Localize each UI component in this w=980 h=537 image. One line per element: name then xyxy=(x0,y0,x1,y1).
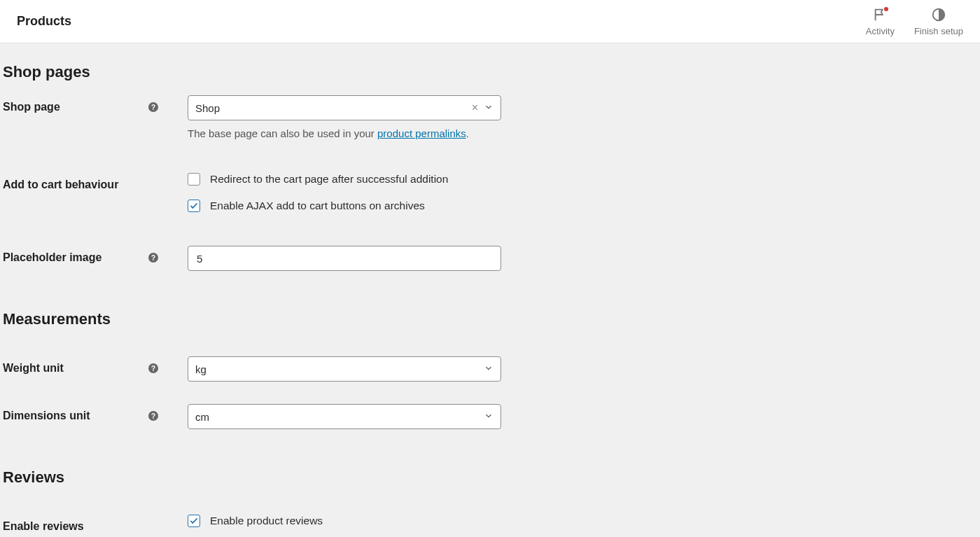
activity-label: Activity xyxy=(866,26,895,36)
product-permalinks-link[interactable]: product permalinks xyxy=(377,127,466,139)
shop-page-select[interactable]: Shop × xyxy=(188,95,501,120)
help-icon[interactable]: ? xyxy=(148,411,158,421)
ajax-checkbox[interactable] xyxy=(188,200,200,212)
shop-page-value: Shop xyxy=(195,102,220,114)
row-placeholder-image: Placeholder image ? 5 xyxy=(3,246,977,271)
row-weight-unit: Weight unit ? kg xyxy=(3,356,977,382)
checkbox-row-enable-product-reviews: Enable product reviews xyxy=(188,515,444,527)
field-dimensions-unit: cm xyxy=(188,404,501,429)
placeholder-image-input[interactable]: 5 xyxy=(188,246,501,271)
checkbox-row-redirect: Redirect to the cart page after successf… xyxy=(188,173,448,186)
dimensions-unit-value: cm xyxy=(195,411,209,423)
page-title: Products xyxy=(17,14,71,29)
field-weight-unit: kg xyxy=(188,356,501,382)
label-weight-unit: Weight unit ? xyxy=(3,356,167,375)
chevron-down-icon xyxy=(484,363,493,375)
label-placeholder-image: Placeholder image ? xyxy=(3,246,167,264)
row-enable-reviews: Enable reviews Enable product reviews Sh… xyxy=(3,515,977,537)
label-shop-page: Shop page ? xyxy=(3,95,167,113)
row-dimensions-unit: Dimensions unit ? cm xyxy=(3,404,977,429)
redirect-label: Redirect to the cart page after successf… xyxy=(210,173,448,186)
finish-setup-label: Finish setup xyxy=(914,26,963,36)
dimensions-unit-select[interactable]: cm xyxy=(188,404,501,429)
help-icon[interactable]: ? xyxy=(148,253,158,263)
section-heading-shop-pages: Shop pages xyxy=(3,63,977,81)
field-shop-page: Shop × The base page can also be used in… xyxy=(188,95,501,139)
section-heading-reviews: Reviews xyxy=(3,468,977,487)
clear-icon[interactable]: × xyxy=(469,102,481,114)
row-shop-page: Shop page ? Shop × The base page can als… xyxy=(3,95,977,139)
flag-icon xyxy=(872,7,888,25)
enable-product-reviews-checkbox[interactable] xyxy=(188,515,200,527)
section-heading-measurements: Measurements xyxy=(3,310,977,328)
weight-unit-select[interactable]: kg xyxy=(188,356,501,382)
progress-circle-icon xyxy=(931,7,946,25)
field-add-to-cart: Redirect to the cart page after successf… xyxy=(188,173,448,212)
help-icon[interactable]: ? xyxy=(148,363,158,373)
topbar: Products Activity Finish setup xyxy=(0,0,980,43)
shop-page-hint: The base page can also be used in your p… xyxy=(188,127,501,139)
field-placeholder-image: 5 xyxy=(188,246,501,271)
chevron-down-icon xyxy=(484,102,493,114)
row-add-to-cart: Add to cart behaviour Redirect to the ca… xyxy=(3,173,977,212)
label-enable-reviews: Enable reviews xyxy=(3,515,167,533)
field-enable-reviews: Enable product reviews Show "verified ow… xyxy=(188,515,444,537)
help-icon[interactable]: ? xyxy=(148,102,158,112)
enable-product-reviews-label: Enable product reviews xyxy=(210,515,323,527)
content-area: Shop pages Shop page ? Shop × The base p… xyxy=(0,43,980,537)
weight-unit-value: kg xyxy=(195,363,206,375)
ajax-label: Enable AJAX add to cart buttons on archi… xyxy=(210,200,425,212)
chevron-down-icon xyxy=(484,411,493,423)
finish-setup-button[interactable]: Finish setup xyxy=(914,7,963,36)
topbar-actions: Activity Finish setup xyxy=(866,7,963,36)
activity-button[interactable]: Activity xyxy=(866,7,895,36)
redirect-checkbox[interactable] xyxy=(188,173,200,186)
notification-dot-icon xyxy=(884,7,888,11)
checkbox-row-ajax: Enable AJAX add to cart buttons on archi… xyxy=(188,200,448,212)
label-add-to-cart: Add to cart behaviour xyxy=(3,173,167,191)
label-dimensions-unit: Dimensions unit ? xyxy=(3,404,167,422)
